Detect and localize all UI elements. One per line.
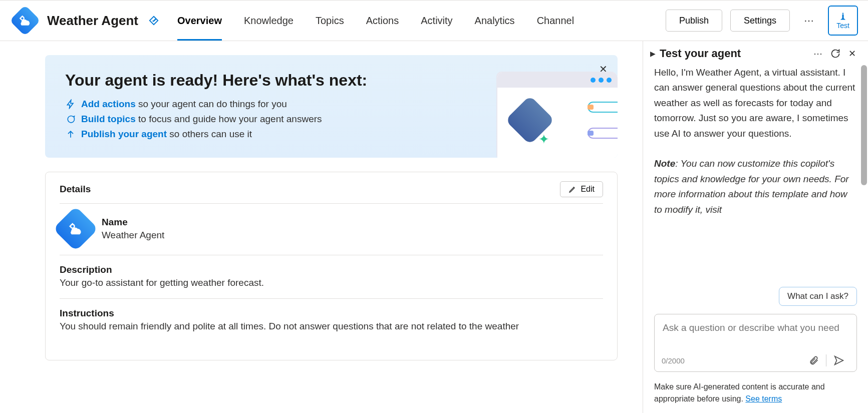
ready-illustration: ✦ bbox=[497, 73, 618, 158]
chat-input-box: 0/2000 bbox=[654, 314, 857, 372]
tab-analytics[interactable]: Analytics bbox=[475, 1, 515, 41]
edit-agent-icon[interactable] bbox=[148, 15, 159, 26]
add-actions-link[interactable]: Add actions bbox=[81, 99, 136, 109]
top-header: Weather Agent Overview Knowledge Topics … bbox=[0, 0, 868, 41]
description-label: Description bbox=[60, 264, 603, 275]
panel-more-icon[interactable]: ⋯ bbox=[811, 46, 824, 61]
name-label: Name bbox=[102, 217, 164, 228]
more-menu-icon[interactable]: ⋯ bbox=[798, 15, 820, 27]
main-content: ✕ Your agent is ready! Here's what's nex… bbox=[0, 41, 643, 413]
tab-activity[interactable]: Activity bbox=[421, 1, 452, 41]
nav-tabs: Overview Knowledge Topics Actions Activi… bbox=[177, 1, 574, 41]
divider bbox=[60, 203, 603, 204]
edit-button[interactable]: Edit bbox=[560, 181, 603, 197]
char-counter: 0/2000 bbox=[662, 356, 804, 365]
publish-button[interactable]: Publish bbox=[666, 10, 722, 32]
details-card: Details Edit bbox=[45, 172, 618, 360]
lightning-icon bbox=[65, 99, 76, 109]
agent-hex-icon bbox=[53, 206, 99, 252]
add-actions-text: so your agent can do things for you bbox=[136, 99, 287, 109]
chat-input[interactable] bbox=[662, 321, 849, 345]
ai-disclaimer: Make sure AI-generated content is accura… bbox=[643, 379, 868, 413]
arrow-up-icon bbox=[65, 129, 76, 139]
attach-icon[interactable] bbox=[804, 355, 824, 365]
tab-overview[interactable]: Overview bbox=[177, 1, 222, 41]
note-text: : You can now customize this copilot's t… bbox=[654, 158, 849, 214]
build-topics-text: to focus and guide how your agent answer… bbox=[136, 114, 322, 124]
build-topics-link[interactable]: Build topics bbox=[81, 114, 136, 124]
test-panel-title: Test your agent bbox=[660, 47, 807, 60]
test-button[interactable]: Test bbox=[828, 6, 858, 36]
test-panel: ▶ Test your agent ⋯ ✕ Hello, I'm Weather… bbox=[643, 41, 868, 413]
chat-messages[interactable]: Hello, I'm Weather Agent, a virtual assi… bbox=[643, 65, 868, 282]
collapse-icon[interactable]: ▶ bbox=[650, 50, 656, 58]
edit-button-label: Edit bbox=[581, 185, 595, 194]
instructions-label: Instructions bbox=[60, 308, 603, 319]
tab-actions[interactable]: Actions bbox=[366, 1, 399, 41]
note-label: Note bbox=[654, 158, 675, 169]
chat-icon bbox=[65, 114, 76, 124]
tab-topics[interactable]: Topics bbox=[316, 1, 344, 41]
tab-knowledge[interactable]: Knowledge bbox=[244, 1, 294, 41]
svg-point-0 bbox=[21, 17, 24, 20]
divider bbox=[826, 354, 826, 366]
see-terms-link[interactable]: See terms bbox=[745, 394, 782, 403]
scrollbar[interactable] bbox=[861, 65, 867, 185]
instructions-value: You should remain friendly and polite at… bbox=[60, 321, 603, 332]
suggestion-chip[interactable]: What can I ask? bbox=[779, 287, 857, 306]
note-message: Note: You can now customize this copilot… bbox=[654, 156, 857, 217]
refresh-icon[interactable] bbox=[828, 47, 842, 61]
disclaimer-text: Make sure AI-generated content is accura… bbox=[654, 382, 825, 403]
publish-agent-link[interactable]: Publish your agent bbox=[81, 129, 167, 139]
greeting-message: Hello, I'm Weather Agent, a virtual assi… bbox=[654, 65, 857, 141]
close-panel-icon[interactable]: ✕ bbox=[846, 46, 858, 61]
description-value: Your go-to assistant for getting weather… bbox=[60, 277, 603, 288]
svg-point-3 bbox=[71, 224, 75, 228]
details-heading: Details bbox=[60, 184, 91, 195]
ready-card: ✕ Your agent is ready! Here's what's nex… bbox=[45, 55, 618, 158]
test-button-label: Test bbox=[836, 22, 849, 30]
send-icon[interactable] bbox=[828, 355, 849, 366]
agent-title: Weather Agent bbox=[47, 13, 138, 29]
tab-channel[interactable]: Channel bbox=[537, 1, 574, 41]
publish-agent-text: so others can use it bbox=[167, 129, 252, 139]
settings-button[interactable]: Settings bbox=[730, 10, 790, 32]
name-value: Weather Agent bbox=[102, 230, 164, 241]
pencil-icon bbox=[568, 185, 576, 193]
agent-logo-icon bbox=[10, 5, 41, 36]
